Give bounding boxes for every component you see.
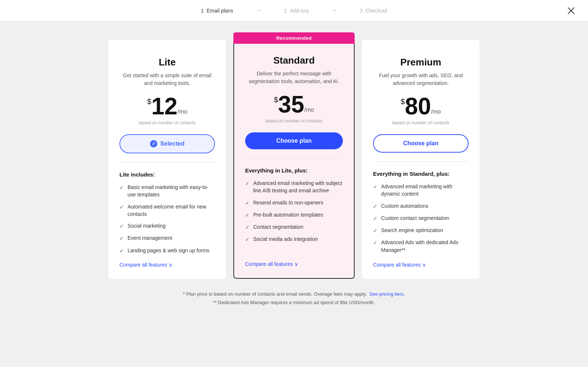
pricing-tiers-link[interactable]: See pricing tiers. <box>369 291 405 297</box>
premium-price-amount: 80 <box>405 95 431 118</box>
list-item: ✓ Social marketing <box>119 222 215 230</box>
check-icon: ✓ <box>373 239 377 246</box>
plans-container: Lite Get started with a simple suite of … <box>92 32 496 279</box>
step-1-label: Email plans <box>207 8 233 14</box>
check-circle-icon: ✓ <box>150 140 157 147</box>
lite-price-note: based on number of contacts <box>119 120 215 125</box>
lite-price-dollar: $ <box>147 97 151 106</box>
close-button[interactable] <box>565 5 577 17</box>
standard-price-period: /mo <box>304 107 314 113</box>
premium-feature-2: Custom automations <box>381 202 428 210</box>
premium-plan-name: Premium <box>373 57 469 68</box>
footer-note-2: ** Dedicated Ads Manager requires a mini… <box>183 298 405 307</box>
step-2: 2 Add-ons <box>284 8 309 14</box>
premium-price-container: $ 80 /mo <box>373 95 469 118</box>
lite-compare-label: Compare all features <box>119 262 167 268</box>
standard-features-list: ✓ Advanced email marketing with subject … <box>245 179 343 254</box>
premium-btn-label: Choose plan <box>403 140 438 146</box>
plan-card-lite: Lite Get started with a simple suite of … <box>108 40 226 279</box>
standard-features-title: Everything in Lite, plus: <box>245 167 343 174</box>
lite-plan-description: Get started with a simple suite of email… <box>119 72 215 87</box>
standard-compare-button[interactable]: Compare all features ∨ <box>245 261 343 267</box>
main-content: Lite Get started with a simple suite of … <box>0 21 588 367</box>
check-icon: ✓ <box>373 227 377 234</box>
premium-compare-button[interactable]: Compare all features ∨ <box>373 262 469 268</box>
step-2-label: Add-ons <box>290 8 309 14</box>
premium-compare-label: Compare all features <box>373 262 421 268</box>
lite-features-title: Lite includes: <box>119 171 215 178</box>
standard-plan-name: Standard <box>245 55 343 66</box>
standard-feature-3: Pre-built automation templates <box>253 211 323 218</box>
check-icon: ✓ <box>373 215 377 222</box>
check-icon: ✓ <box>119 203 124 211</box>
lite-price-amount: 12 <box>151 95 178 118</box>
lite-compare-button[interactable]: Compare all features ∨ <box>119 262 215 268</box>
list-item: ✓ Contact segmentation <box>245 223 343 231</box>
lite-feature-4: Event management <box>128 234 172 242</box>
check-icon: ✓ <box>245 199 250 207</box>
check-icon: ✓ <box>245 236 250 243</box>
check-icon: ✓ <box>245 224 250 231</box>
standard-btn-label: Choose plan <box>276 138 312 144</box>
premium-plan-description: Fuel your growth with ads, SEO, and adva… <box>373 72 469 87</box>
standard-plan-description: Deliver the perfect message with segment… <box>245 70 343 85</box>
check-icon: ✓ <box>245 180 250 187</box>
check-icon: ✓ <box>119 247 124 254</box>
chevron-down-icon: ∨ <box>422 262 426 268</box>
standard-price-dollar: $ <box>274 96 278 104</box>
standard-feature-1: Advanced email marketing with subject li… <box>253 179 343 195</box>
check-icon: ✓ <box>373 183 377 190</box>
list-item: ✓ Social media ads integration <box>245 235 343 243</box>
premium-feature-5: Advanced Ads with dedicated Ads Manager*… <box>381 239 469 254</box>
step-1-number: 1 <box>201 8 204 14</box>
check-icon: ✓ <box>119 184 124 191</box>
lite-plan-name: Lite <box>119 57 215 68</box>
standard-divider <box>245 158 343 158</box>
step-2-number: 2 <box>284 8 287 14</box>
chevron-down-icon: ∨ <box>169 262 172 268</box>
lite-price-container: $ 12 /mo <box>119 95 215 118</box>
premium-features-title: Everything in Standard, plus: <box>373 171 469 177</box>
list-item: ✓ Pre-built automation templates <box>245 211 343 219</box>
lite-feature-2: Automated welcome email for new contacts <box>128 203 215 218</box>
list-item: ✓ Custom contact segmentation <box>373 214 469 222</box>
list-item: ✓ Advanced Ads with dedicated Ads Manage… <box>373 239 469 254</box>
premium-choose-button[interactable]: Choose plan <box>373 134 469 153</box>
arrow-2: → <box>331 7 338 14</box>
premium-price-dollar: $ <box>401 97 405 106</box>
check-icon: ✓ <box>373 203 377 210</box>
list-item: ✓ Advanced email marketing with subject … <box>245 179 343 195</box>
lite-selected-button[interactable]: ✓ Selected <box>119 134 215 153</box>
step-3-number: 3 <box>360 8 363 14</box>
lite-features-list: ✓ Basic email marketing with easy-to-use… <box>119 184 215 254</box>
lite-feature-5: Landing pages & web sign up forms <box>128 247 209 254</box>
lite-btn-label: Selected <box>160 140 184 147</box>
standard-price-note: based on number of contacts <box>245 118 343 124</box>
premium-price-period: /mo <box>431 108 441 115</box>
premium-feature-4: Search engine optimization <box>381 227 443 234</box>
list-item: ✓ Basic email marketing with easy-to-use… <box>119 184 215 199</box>
chevron-down-icon: ∨ <box>294 261 298 267</box>
plan-card-standard-wrapper: Recommended Standard Deliver the perfect… <box>233 32 355 279</box>
premium-price-note: based on number of contacts <box>373 120 469 125</box>
check-icon: ✓ <box>245 211 250 219</box>
list-item: ✓ Resend emails to non-openers <box>245 199 343 207</box>
standard-feature-2: Resend emails to non-openers <box>253 199 323 206</box>
standard-feature-5: Social media ads integration <box>253 235 318 243</box>
footer-note-1: * Plan price is based on number of conta… <box>183 290 405 298</box>
premium-divider <box>373 161 469 162</box>
plan-card-standard: Standard Deliver the perfect message wit… <box>233 44 355 279</box>
standard-choose-button[interactable]: Choose plan <box>245 132 343 149</box>
list-item: ✓ Search engine optimization <box>373 227 469 234</box>
check-icon: ✓ <box>119 235 124 242</box>
step-1: 1 Email plans <box>201 8 233 14</box>
step-3-label: Checkout <box>365 8 387 14</box>
lite-feature-1: Basic email marketing with easy-to-use t… <box>128 184 215 199</box>
standard-price-container: $ 35 /mo <box>245 93 343 116</box>
premium-feature-3: Custom contact segmentation <box>381 214 449 222</box>
list-item: ✓ Event management <box>119 234 215 242</box>
lite-price-period: /mo <box>178 108 187 115</box>
lite-feature-3: Social marketing <box>128 222 166 229</box>
arrow-1: → <box>255 7 262 14</box>
stepper-header: 1 Email plans → 2 Add-ons → 3 Checkout <box>0 0 588 21</box>
